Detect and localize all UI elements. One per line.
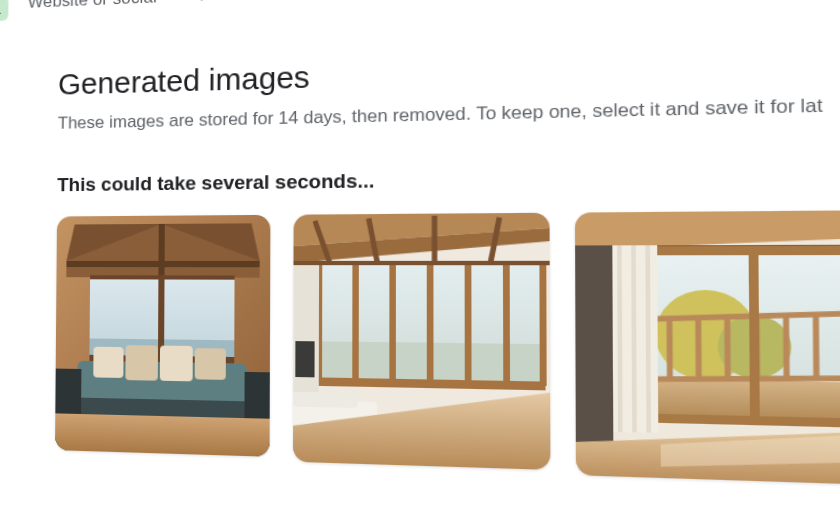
svg-rect-66 xyxy=(617,245,623,432)
source-tabs: Website or social Free stock images xyxy=(28,0,347,13)
beta-badge: eta xyxy=(0,0,9,22)
generated-image-3[interactable] xyxy=(575,209,840,488)
svg-line-55 xyxy=(786,314,787,379)
svg-rect-14 xyxy=(160,345,193,381)
generated-images-section: Generated images These images are stored… xyxy=(55,34,840,492)
tab-free-stock-images[interactable]: Free stock images xyxy=(200,0,347,6)
svg-line-63 xyxy=(754,250,755,420)
svg-rect-15 xyxy=(195,348,226,380)
loading-text: This could take several seconds... xyxy=(57,159,840,196)
svg-line-56 xyxy=(816,313,817,378)
beta-badge-text: eta xyxy=(0,1,1,18)
image-grid xyxy=(55,208,840,491)
svg-rect-18 xyxy=(55,413,270,456)
viewport: eta Website or social Free stock images … xyxy=(0,0,840,525)
svg-rect-4 xyxy=(158,224,164,278)
svg-rect-8 xyxy=(90,275,235,279)
generated-image-2[interactable] xyxy=(293,213,551,470)
image-picker-panel: eta Website or social Free stock images … xyxy=(0,0,840,525)
svg-rect-40 xyxy=(293,392,358,408)
tab-website-or-social[interactable]: Website or social xyxy=(28,0,157,13)
generated-image-1[interactable] xyxy=(55,215,270,457)
svg-rect-69 xyxy=(575,245,613,445)
svg-rect-38 xyxy=(295,341,314,377)
section-title: Generated images xyxy=(58,34,840,101)
svg-rect-12 xyxy=(93,346,123,377)
svg-rect-13 xyxy=(125,345,158,381)
